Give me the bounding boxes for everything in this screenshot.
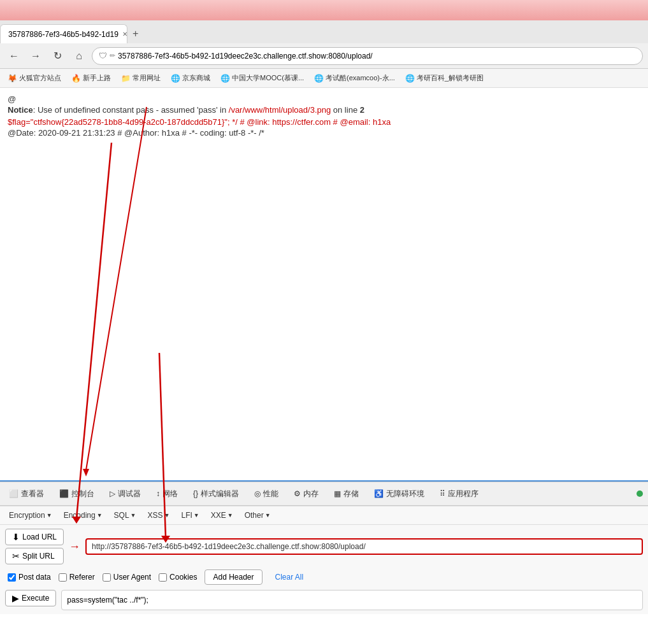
address-bar[interactable] <box>118 52 636 61</box>
xxe-arrow: ▼ <box>227 512 233 519</box>
url-bar-wrapper: 🛡 ✏ <box>92 47 643 65</box>
devtools-network[interactable]: ↕ 网络 <box>152 486 182 502</box>
menu-lfi[interactable]: LFI ▼ <box>177 509 203 522</box>
forward-btn[interactable]: → <box>27 47 45 65</box>
devtools-memory[interactable]: ⚙ 内存 <box>290 486 322 502</box>
hackbar-row2: Post data Referer User Agent Cookies Add… <box>5 569 643 585</box>
hackbar-body: ⬇ Load URL ✂ Split URL → Post data Refer… <box>0 525 648 614</box>
bookmark-newuser[interactable]: 🔥 新手上路 <box>69 72 113 84</box>
main-content: @ Notice: Use of undefined constant pass… <box>0 88 648 482</box>
svg-marker-1 <box>83 469 89 476</box>
encryption-label: Encryption <box>9 511 45 520</box>
encoding-arrow: ▼ <box>97 512 103 519</box>
post-data-input[interactable] <box>61 590 643 610</box>
post-data-checkbox-label[interactable]: Post data <box>8 573 51 582</box>
date-line: @Date: 2020-09-21 21:31:23 # @Author: h1… <box>8 128 640 138</box>
flag-line: $flag="ctfshow{22ad5278-1bb8-4d99-a2c0-1… <box>8 117 640 127</box>
cookies-checkbox-label[interactable]: Cookies <box>159 573 197 582</box>
bookmark-common[interactable]: 📁 常用网址 <box>119 72 163 84</box>
bookmarks-bar: 🦊 火狐官方站点 🔥 新手上路 📁 常用网址 🌐 京东商城 🌐 中国大学MOOC… <box>0 69 648 88</box>
devtools-inspector[interactable]: ⬜ 查看器 <box>5 486 48 502</box>
execute-label: Execute <box>22 594 49 603</box>
at-sign: @ <box>8 94 640 104</box>
application-icon: ⠿ <box>440 489 445 498</box>
bookmark-foxsite[interactable]: 🦊 火狐官方站点 <box>5 72 64 84</box>
storage-label: 存储 <box>343 489 359 499</box>
tab-close-btn[interactable]: ✕ <box>122 31 127 38</box>
bookmark-mooc[interactable]: 🌐 中国大学MOOC(慕课... <box>218 72 306 84</box>
menu-sql[interactable]: SQL ▼ <box>110 509 140 522</box>
user-agent-checkbox-label[interactable]: User Agent <box>103 573 151 582</box>
accessibility-label: 无障碍环境 <box>386 489 424 499</box>
devtools-storage[interactable]: ▦ 存储 <box>330 486 363 502</box>
execute-btn[interactable]: ▶ Execute <box>5 590 56 606</box>
arrow-right-icon: → <box>69 540 80 554</box>
bookmark-icon-5: 🌐 <box>220 74 230 83</box>
hackbar-menu: Encryption ▼ Encoding ▼ SQL ▼ XSS ▼ LFI … <box>0 506 648 525</box>
clear-all-btn[interactable]: Clear All <box>270 570 309 584</box>
menu-encoding[interactable]: Encoding ▼ <box>60 509 106 522</box>
devtools-style-editor[interactable]: {} 样式编辑器 <box>189 486 243 502</box>
xxe-label: XXE <box>211 511 226 520</box>
menu-xss[interactable]: XSS ▼ <box>144 509 174 522</box>
menu-encryption[interactable]: Encryption ▼ <box>5 509 56 522</box>
notice-bold: Notice <box>8 105 33 115</box>
split-url-label: Split URL <box>22 552 55 561</box>
new-tab-btn[interactable]: + <box>127 24 143 43</box>
browser-titlebar <box>0 0 648 20</box>
menu-xxe[interactable]: XXE ▼ <box>207 509 237 522</box>
split-icon: ✂ <box>12 551 20 561</box>
shield-icon: 🛡 <box>99 51 107 61</box>
clear-all-label: Clear All <box>275 573 304 582</box>
perf-icon: ◎ <box>254 489 261 498</box>
bookmark-research[interactable]: 🌐 考研百科_解锁考研图 <box>403 72 486 84</box>
add-header-btn[interactable]: Add Header <box>205 569 262 585</box>
post-data-label: Post data <box>18 573 51 582</box>
bookmark-label-1: 火狐官方站点 <box>19 73 61 83</box>
url-input[interactable] <box>85 538 643 555</box>
menu-other[interactable]: Other ▼ <box>241 509 275 522</box>
post-data-checkbox[interactable] <box>8 573 16 582</box>
bookmark-label-3: 常用网址 <box>133 73 161 83</box>
load-url-btn[interactable]: ⬇ Load URL <box>5 529 64 545</box>
encoding-label: Encoding <box>64 511 96 520</box>
back-btn[interactable]: ← <box>5 47 23 65</box>
bookmark-jd[interactable]: 🌐 京东商城 <box>168 72 213 84</box>
add-header-label: Add Header <box>213 573 254 582</box>
file-path: /var/www/html/upload/3.png <box>229 105 331 115</box>
bookmark-examcoo[interactable]: 🌐 考试酷(examcoo)-永... <box>312 72 398 84</box>
devtools-performance[interactable]: ◎ 性能 <box>250 486 282 502</box>
devtools-console[interactable]: ⬛ 控制台 <box>55 486 98 502</box>
user-agent-checkbox[interactable] <box>103 573 111 582</box>
devtools-toolbar: ⬜ 查看器 ⬛ 控制台 ▷ 调试器 ↕ 网络 {} 样式编辑器 ◎ 性能 ⚙ 内… <box>0 482 648 506</box>
inspector-icon: ⬜ <box>9 489 18 498</box>
reload-btn[interactable]: ↻ <box>48 47 66 65</box>
cookies-checkbox[interactable] <box>159 573 167 582</box>
xss-label: XSS <box>148 511 163 520</box>
devtools-debugger[interactable]: ▷ 调试器 <box>106 486 145 502</box>
other-arrow: ▼ <box>265 512 271 519</box>
hackbar-row1: ⬇ Load URL ✂ Split URL → <box>5 529 643 564</box>
network-label: 网络 <box>162 489 178 499</box>
bookmark-label-7: 考研百科_解锁考研图 <box>417 73 484 83</box>
hackbar: Encryption ▼ Encoding ▼ SQL ▼ XSS ▼ LFI … <box>0 506 648 614</box>
devtools-accessibility[interactable]: ♿ 无障碍环境 <box>370 486 428 502</box>
memory-icon: ⚙ <box>294 489 301 498</box>
bookmark-icon-6: 🌐 <box>314 74 324 83</box>
home-btn[interactable]: ⌂ <box>70 47 88 65</box>
execute-icon: ▶ <box>12 593 19 603</box>
accessibility-icon: ♿ <box>374 489 384 498</box>
encryption-arrow: ▼ <box>47 512 52 519</box>
active-tab[interactable]: 35787886-7ef3-46b5-b492-1d19 ✕ <box>0 24 127 43</box>
referer-checkbox[interactable] <box>59 573 67 582</box>
other-label: Other <box>245 511 264 520</box>
split-url-btn[interactable]: ✂ Split URL <box>5 548 64 564</box>
devtools-application[interactable]: ⠿ 应用程序 <box>436 486 482 502</box>
console-label: 控制台 <box>71 489 94 499</box>
application-label: 应用程序 <box>448 489 479 499</box>
bookmark-icon-7: 🌐 <box>405 74 415 83</box>
arrow-overlay <box>0 88 648 480</box>
cookies-label: Cookies <box>169 573 197 582</box>
memory-label: 内存 <box>303 489 319 499</box>
referer-checkbox-label[interactable]: Referer <box>59 573 95 582</box>
